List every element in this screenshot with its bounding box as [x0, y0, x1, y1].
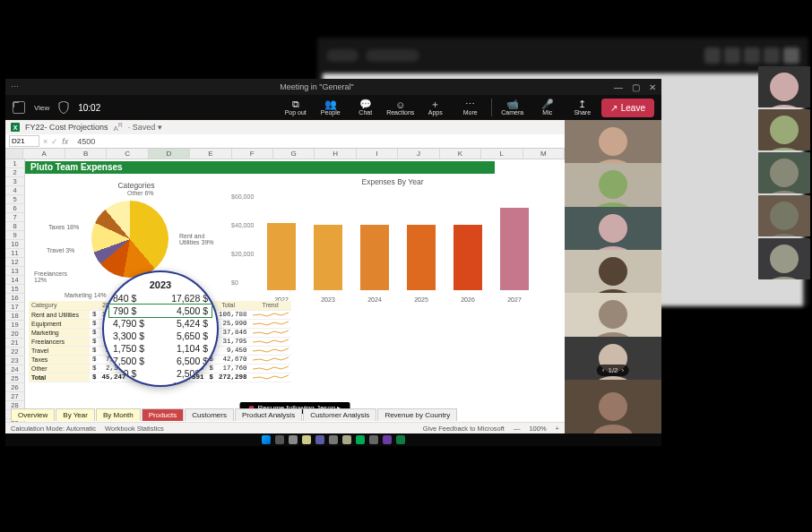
- saved-indicator[interactable]: · Saved ▾: [128, 123, 162, 132]
- excel-titlebar: X FY22- Cost Projections AR · Saved ▾: [5, 120, 565, 134]
- sheet-tab[interactable]: Overview: [11, 408, 55, 421]
- more-button[interactable]: ⋯More: [454, 96, 487, 119]
- windows-taskbar[interactable]: [5, 433, 661, 446]
- shared-content: X FY22- Cost Projections AR · Saved ▾ × …: [5, 120, 565, 433]
- participant-tile[interactable]: [565, 207, 661, 250]
- meeting-window: ⋯ Meeting in "General" — ▢ ✕ View 10:02 …: [5, 79, 661, 433]
- sheet-tab[interactable]: By Year: [56, 408, 95, 421]
- participant-tile[interactable]: [565, 250, 661, 293]
- participant-tile[interactable]: [565, 163, 661, 206]
- sheet-tab[interactable]: Product Analysis: [235, 408, 302, 421]
- sheet-tab[interactable]: Customer Analysis: [303, 408, 376, 421]
- reactions-button[interactable]: ☺Reactions: [384, 96, 417, 119]
- cancel-formula-icon[interactable]: ×: [43, 137, 48, 146]
- sheet-tab[interactable]: Revenue by Country: [377, 408, 457, 421]
- leave-button[interactable]: ↗Leave: [601, 99, 654, 117]
- participant-tile[interactable]: ‹ 1/2 ›: [565, 337, 661, 380]
- zoom-level[interactable]: 100%: [529, 425, 546, 433]
- meeting-timer: 10:02: [78, 103, 100, 113]
- chevron-right-icon[interactable]: ›: [622, 366, 625, 374]
- sheet-tab[interactable]: Products: [142, 408, 185, 421]
- column-headers[interactable]: A B C D E F G H I J K L M: [5, 149, 565, 159]
- share-button[interactable]: ↥Share: [566, 96, 599, 119]
- calc-mode[interactable]: Calculation Mode: Automatic: [11, 425, 96, 433]
- accept-formula-icon[interactable]: ✓: [51, 137, 58, 146]
- sheet-tabs[interactable]: OverviewBy YearBy MonthProductsCustomers…: [11, 408, 457, 421]
- sheet-tab[interactable]: By Month: [96, 408, 141, 421]
- view-grid-icon[interactable]: [13, 101, 25, 114]
- excel-statusbar: Calculation Mode: Automatic Workbook Sta…: [5, 422, 565, 433]
- meeting-titlebar: ⋯ Meeting in "General" — ▢ ✕: [5, 79, 661, 95]
- sheet-banner: Pluto Team Expenses: [25, 161, 495, 174]
- sheet-tab[interactable]: Customers: [185, 408, 234, 421]
- shield-icon[interactable]: [58, 101, 69, 114]
- participant-tile[interactable]: [565, 120, 661, 163]
- excel-icon: X: [11, 123, 20, 132]
- background-video-column: [758, 66, 810, 279]
- view-label[interactable]: View: [34, 104, 49, 112]
- participant-tile[interactable]: [565, 293, 661, 336]
- magnifier-lens: 2023 840 $17,628 $790 $4,500 $4,790 $5,4…: [102, 270, 219, 387]
- popout-button[interactable]: ⧉Pop out: [280, 96, 312, 119]
- formula-bar: × ✓ fx 4500: [5, 134, 565, 149]
- video-grid: ‹ 1/2 ›: [565, 120, 661, 433]
- minimize-button[interactable]: —: [614, 82, 623, 92]
- chevron-left-icon[interactable]: ‹: [602, 366, 605, 374]
- spreadsheet-grid[interactable]: Pluto Team Expenses Categories Other 6% …: [25, 159, 565, 428]
- chat-button[interactable]: 💬Chat: [350, 96, 382, 119]
- mic-button[interactable]: 🎤Mic: [531, 96, 564, 119]
- row-headers[interactable]: 1234567891011121314151617181920212223242…: [5, 159, 25, 428]
- apps-button[interactable]: ＋Apps: [419, 96, 452, 119]
- excel-filename[interactable]: FY22- Cost Projections: [25, 123, 108, 132]
- workbook-stats[interactable]: Workbook Statistics: [105, 425, 164, 433]
- participant-tile[interactable]: [565, 380, 661, 433]
- people-button[interactable]: 👥People: [315, 96, 347, 119]
- meeting-toolbar: View 10:02 ⧉Pop out 👥People 💬Chat ☺React…: [5, 95, 661, 120]
- fx-icon[interactable]: fx: [62, 137, 68, 146]
- camera-button[interactable]: 📹Camera: [497, 96, 529, 119]
- close-button[interactable]: ✕: [649, 82, 656, 92]
- video-pager[interactable]: ‹ 1/2 ›: [597, 365, 629, 376]
- formula-value[interactable]: 4500: [72, 137, 95, 146]
- maximize-button[interactable]: ▢: [632, 82, 640, 92]
- feedback-link[interactable]: Give Feedback to Microsoft: [423, 425, 505, 433]
- ellipsis-icon[interactable]: ⋯: [11, 82, 20, 91]
- bar-chart: Expenses By Year $60,000 $40,000 $20,000…: [231, 177, 554, 303]
- meeting-title: Meeting in "General": [20, 82, 614, 91]
- name-box[interactable]: [9, 135, 39, 147]
